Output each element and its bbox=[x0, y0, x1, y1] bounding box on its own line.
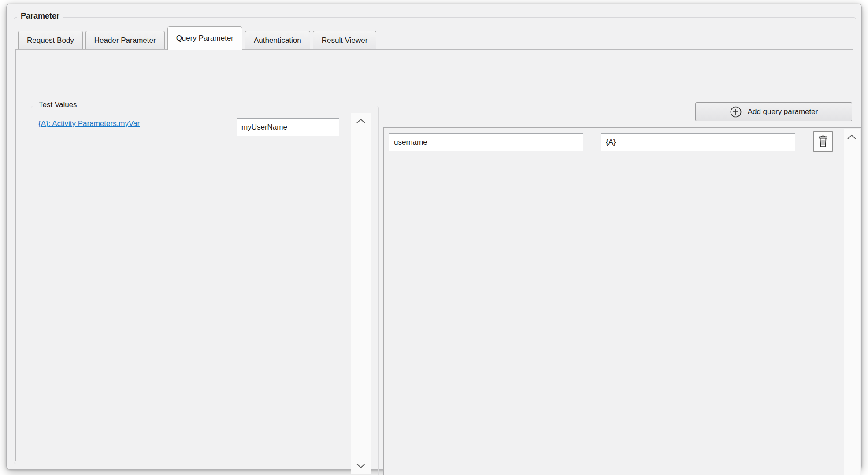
scroll-up-button[interactable] bbox=[351, 116, 371, 126]
chevron-up-icon bbox=[847, 134, 857, 140]
test-values-groupbox: Test Values {A}: Activity Parameters.myV… bbox=[31, 106, 379, 475]
parameter-list-vertical-scrollbar[interactable] bbox=[844, 129, 860, 475]
tab-label: Result Viewer bbox=[322, 36, 368, 45]
plus-circle-icon bbox=[730, 106, 742, 118]
chevron-up-icon bbox=[356, 119, 366, 124]
tab-header-parameter[interactable]: Header Parameter bbox=[85, 31, 165, 49]
parameter-groupbox-label: Parameter bbox=[17, 11, 63, 21]
tab-authentication[interactable]: Authentication bbox=[245, 31, 310, 49]
scroll-up-button[interactable] bbox=[844, 132, 860, 142]
chevron-down-icon bbox=[356, 463, 366, 468]
tab-request-body[interactable]: Request Body bbox=[18, 31, 83, 49]
query-parameter-tab-content: Test Values {A}: Activity Parameters.myV… bbox=[15, 49, 853, 461]
tab-label: Header Parameter bbox=[94, 36, 156, 45]
parameter-name-input[interactable] bbox=[389, 133, 583, 151]
parameter-value-input[interactable] bbox=[601, 133, 795, 151]
scroll-down-button[interactable] bbox=[351, 461, 371, 471]
parameter-tabbar: Request Body Header Parameter Query Para… bbox=[18, 26, 379, 49]
test-values-vertical-scrollbar[interactable] bbox=[351, 113, 371, 474]
tab-label: Request Body bbox=[27, 36, 74, 45]
trash-icon bbox=[817, 135, 829, 148]
row-separator bbox=[386, 156, 843, 156]
tab-label: Query Parameter bbox=[176, 34, 234, 43]
test-values-legend: Test Values bbox=[36, 100, 80, 109]
query-parameter-list-panel bbox=[383, 127, 861, 475]
tab-label: Authentication bbox=[254, 36, 301, 45]
parameter-window: Parameter Request Body Header Parameter … bbox=[6, 4, 862, 470]
tab-result-viewer[interactable]: Result Viewer bbox=[313, 31, 377, 49]
test-value-input[interactable] bbox=[237, 118, 339, 136]
tab-query-parameter[interactable]: Query Parameter bbox=[167, 26, 242, 50]
query-parameter-row bbox=[384, 128, 861, 156]
activity-parameter-link[interactable]: {A}: Activity Parameters.myVar bbox=[38, 119, 140, 128]
add-query-parameter-button[interactable]: Add query parameter bbox=[695, 102, 852, 121]
delete-parameter-button[interactable] bbox=[813, 131, 833, 152]
add-query-parameter-label: Add query parameter bbox=[748, 108, 818, 116]
